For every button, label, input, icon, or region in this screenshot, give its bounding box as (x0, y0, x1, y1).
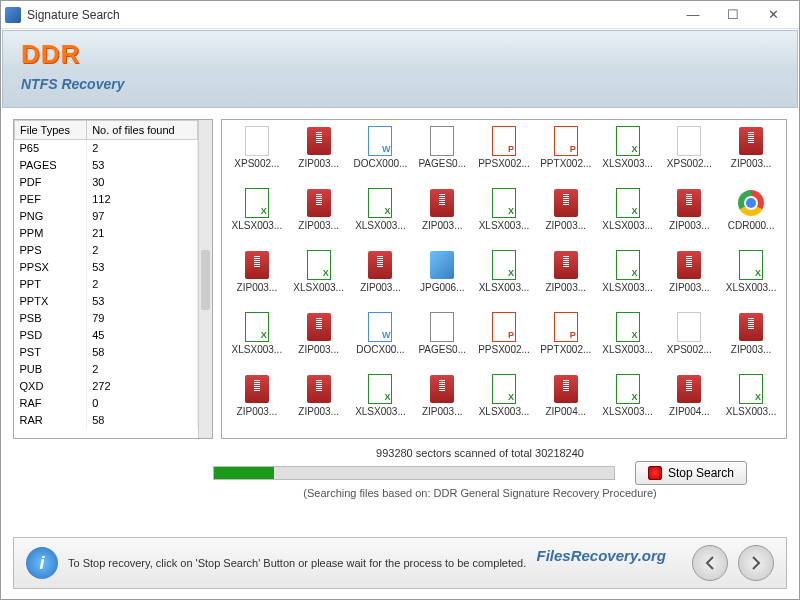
minimize-button[interactable]: — (679, 5, 707, 25)
file-item[interactable]: ZIP003... (537, 248, 595, 306)
file-item[interactable]: XPS002... (660, 124, 718, 182)
zip-icon (674, 248, 704, 282)
file-label: ZIP004... (545, 406, 586, 417)
file-types-table[interactable]: File Types No. of files found P652PAGES5… (14, 120, 198, 429)
file-item[interactable]: XLSX003... (722, 248, 780, 306)
close-button[interactable]: ✕ (759, 5, 787, 25)
table-row[interactable]: P652 (15, 140, 198, 157)
file-item[interactable]: XLSX003... (290, 248, 348, 306)
zip-icon (674, 186, 704, 220)
file-item[interactable]: JPG006... (413, 248, 471, 306)
banner: DDR NTFS Recovery (2, 30, 798, 108)
file-item[interactable]: ZIP003... (660, 186, 718, 244)
file-label: XLSX003... (726, 406, 777, 417)
file-item[interactable]: ZIP003... (352, 248, 410, 306)
file-label: XLSX003... (602, 220, 653, 231)
table-row[interactable]: PSB79 (15, 310, 198, 327)
file-item[interactable]: ZIP004... (537, 372, 595, 430)
file-item[interactable]: XLSX003... (475, 248, 533, 306)
file-item[interactable]: ZIP003... (290, 186, 348, 244)
file-item[interactable]: XLSX003... (599, 124, 657, 182)
file-label: DOCX00... (356, 344, 404, 355)
file-item[interactable]: DOCX000... (352, 124, 410, 182)
file-item[interactable]: PPSX002... (475, 310, 533, 368)
table-row[interactable]: PST58 (15, 344, 198, 361)
file-item[interactable]: ZIP003... (290, 124, 348, 182)
file-item[interactable]: ZIP003... (413, 186, 471, 244)
file-item[interactable]: PPTX002... (537, 310, 595, 368)
scrollbar[interactable] (198, 120, 212, 438)
zip-icon (551, 186, 581, 220)
table-row[interactable]: PAGES53 (15, 157, 198, 174)
file-item[interactable]: ZIP004... (660, 372, 718, 430)
table-row[interactable]: PDF30 (15, 174, 198, 191)
file-item[interactable]: ZIP003... (537, 186, 595, 244)
file-item[interactable]: XLSX003... (599, 372, 657, 430)
file-item[interactable]: XPS002... (228, 124, 286, 182)
file-label: ZIP003... (298, 158, 339, 169)
file-item[interactable]: ZIP003... (228, 248, 286, 306)
file-item[interactable]: XLSX003... (475, 372, 533, 430)
file-item[interactable]: ZIP003... (290, 372, 348, 430)
table-row[interactable]: PEF112 (15, 191, 198, 208)
table-row[interactable]: PPS2 (15, 242, 198, 259)
table-row[interactable]: PNG97 (15, 208, 198, 225)
file-item[interactable]: XLSX003... (599, 310, 657, 368)
file-label: ZIP003... (731, 344, 772, 355)
file-item[interactable]: CDR000... (722, 186, 780, 244)
table-row[interactable]: PPSX53 (15, 259, 198, 276)
col-file-types[interactable]: File Types (15, 121, 87, 140)
file-label: PPTX002... (540, 344, 591, 355)
table-row[interactable]: RAR58 (15, 412, 198, 429)
stop-search-button[interactable]: Stop Search (635, 461, 747, 485)
file-item[interactable]: PPSX002... (475, 124, 533, 182)
progress-sublabel: (Searching files based on: DDR General S… (213, 487, 747, 499)
file-label: XPS002... (234, 158, 279, 169)
file-item[interactable]: XLSX003... (722, 372, 780, 430)
back-button[interactable] (692, 545, 728, 581)
file-label: ZIP003... (237, 282, 278, 293)
table-row[interactable]: RAF0 (15, 395, 198, 412)
xls-icon (489, 372, 519, 406)
table-row[interactable]: PSD45 (15, 327, 198, 344)
file-item[interactable]: XLSX003... (599, 248, 657, 306)
file-item[interactable]: XLSX003... (599, 186, 657, 244)
file-label: PPSX002... (478, 158, 530, 169)
file-item[interactable]: ZIP003... (413, 372, 471, 430)
table-row[interactable]: PUB2 (15, 361, 198, 378)
xls-icon (613, 372, 643, 406)
file-item[interactable]: DOCX00... (352, 310, 410, 368)
file-label: XLSX003... (479, 406, 530, 417)
table-row[interactable]: PPM21 (15, 225, 198, 242)
file-item[interactable]: XLSX003... (352, 372, 410, 430)
scroll-thumb[interactable] (201, 250, 210, 310)
file-label: ZIP004... (669, 406, 710, 417)
maximize-button[interactable]: ☐ (719, 5, 747, 25)
file-item[interactable]: XPS002... (660, 310, 718, 368)
file-item[interactable]: ZIP003... (228, 372, 286, 430)
file-item[interactable]: ZIP003... (660, 248, 718, 306)
col-files-found[interactable]: No. of files found (87, 121, 198, 140)
forward-button[interactable] (738, 545, 774, 581)
file-item[interactable]: XLSX003... (352, 186, 410, 244)
doc-icon (365, 124, 395, 158)
xls-icon (242, 310, 272, 344)
file-item[interactable]: PPTX002... (537, 124, 595, 182)
file-item[interactable]: ZIP003... (722, 124, 780, 182)
file-label: ZIP003... (669, 282, 710, 293)
file-item[interactable]: ZIP003... (290, 310, 348, 368)
file-label: ZIP003... (731, 158, 772, 169)
file-label: ZIP003... (360, 282, 401, 293)
file-item[interactable]: PAGES0... (413, 310, 471, 368)
zip-icon (304, 310, 334, 344)
file-item[interactable]: XLSX003... (475, 186, 533, 244)
app-icon (5, 7, 21, 23)
table-row[interactable]: PPT2 (15, 276, 198, 293)
file-item[interactable]: ZIP003... (722, 310, 780, 368)
file-item[interactable]: PAGES0... (413, 124, 471, 182)
table-row[interactable]: QXD272 (15, 378, 198, 395)
file-item[interactable]: XLSX003... (228, 310, 286, 368)
file-label: PPTX002... (540, 158, 591, 169)
table-row[interactable]: PPTX53 (15, 293, 198, 310)
file-item[interactable]: XLSX003... (228, 186, 286, 244)
